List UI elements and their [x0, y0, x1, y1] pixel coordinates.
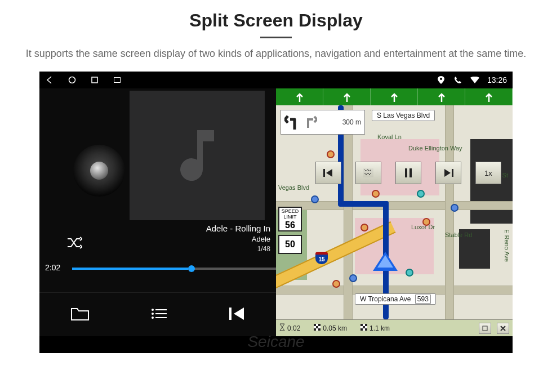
shuffle-icon[interactable] [66, 236, 82, 252]
progress-handle[interactable] [188, 265, 195, 272]
checkered-flag-icon [314, 324, 320, 332]
sim-speed-button[interactable]: 1x [475, 162, 501, 184]
road [344, 105, 353, 319]
page-title: Split Screen Display [0, 0, 552, 31]
svg-rect-25 [365, 324, 367, 326]
svg-rect-16 [452, 169, 453, 177]
folder-button[interactable] [70, 306, 90, 323]
joystick-control[interactable] [73, 145, 125, 197]
map-canvas[interactable]: Koval Ln Duke Ellington Way Giles St Veg… [276, 105, 513, 319]
svg-point-9 [152, 317, 154, 319]
road-name-top: S Las Vegas Blvd [372, 110, 435, 121]
page-description: It supports the same screen display of t… [0, 46, 552, 72]
title-underline [260, 37, 292, 38]
road-name-bottom: W Tropicana Ave 593 [355, 293, 436, 305]
checkered-flag-icon [360, 324, 367, 332]
svg-rect-29 [483, 326, 487, 331]
poi-icon[interactable] [349, 274, 357, 282]
svg-rect-22 [318, 328, 320, 331]
poi-icon[interactable] [422, 218, 430, 226]
svg-point-4 [440, 78, 442, 80]
now-playing-artist: Adele [206, 235, 270, 243]
playlist-button[interactable] [151, 308, 168, 322]
total-distance: 1.1 km [370, 324, 390, 332]
map-controls: 1x [315, 162, 501, 184]
poi-icon[interactable] [360, 224, 368, 231]
sand-timer-icon [279, 323, 285, 333]
svg-rect-27 [360, 328, 363, 331]
svg-point-7 [152, 313, 154, 315]
svg-rect-10 [155, 317, 167, 318]
skip-forward-button[interactable] [435, 162, 461, 184]
svg-rect-1 [92, 77, 97, 83]
picture-icon [113, 75, 122, 84]
svg-rect-8 [155, 313, 167, 314]
lane-guidance-bar [276, 88, 513, 105]
street-label: Duke Ellington Way [408, 145, 462, 152]
street-label: Koval Ln [377, 133, 402, 140]
clock-text: 13:26 [487, 75, 507, 84]
turn-right-icon [305, 114, 317, 130]
svg-rect-11 [229, 308, 232, 320]
poi-icon[interactable] [311, 195, 319, 203]
current-speed-sign: 50 [278, 235, 302, 254]
svg-rect-3 [114, 78, 120, 82]
position-arrow [373, 252, 398, 271]
svg-rect-19 [318, 324, 320, 326]
poi-icon[interactable] [327, 150, 335, 158]
home-icon[interactable] [68, 75, 77, 84]
track-index: 1/48 [206, 245, 270, 253]
progress-fill [72, 268, 188, 270]
route-overview-button[interactable] [355, 162, 381, 184]
turn-left-icon [284, 113, 300, 132]
album-art-placeholder [130, 91, 265, 220]
street-label: Stable Rd [445, 231, 472, 238]
poi-icon[interactable] [332, 280, 340, 288]
svg-rect-26 [363, 326, 365, 328]
location-icon [437, 75, 446, 84]
svg-rect-20 [316, 326, 318, 328]
back-icon[interactable] [45, 75, 54, 84]
trip-setting-button[interactable] [479, 323, 491, 334]
wifi-icon [470, 75, 479, 84]
road [445, 105, 454, 319]
skip-back-button[interactable] [315, 162, 341, 184]
phone-icon [453, 75, 462, 84]
trip-close-button[interactable] [497, 323, 509, 334]
device-frame: 13:26 Adele - Rolling In Adele 1/48 2:02 [39, 72, 513, 353]
now-playing-title: Adele - Rolling In [206, 224, 270, 233]
trip-info-bar: 0:02 0.05 km 1.1 km [276, 319, 513, 336]
interstate-shield: 15 [315, 252, 328, 264]
svg-rect-15 [409, 168, 412, 177]
road [276, 201, 513, 210]
svg-rect-18 [314, 324, 316, 326]
svg-rect-6 [155, 309, 167, 310]
previous-track-button[interactable] [229, 306, 245, 323]
street-label: E Reno Ave [504, 229, 510, 262]
svg-rect-21 [314, 328, 316, 331]
next-turn-distance: 300 m [342, 118, 361, 126]
poi-icon[interactable] [451, 204, 458, 212]
elapsed-time: 2:02 [45, 263, 60, 272]
poi-icon[interactable] [372, 190, 380, 198]
music-pane: Adele - Rolling In Adele 1/48 2:02 [39, 88, 276, 336]
player-bottom-bar [39, 292, 276, 336]
street-label: Vegas Blvd [278, 184, 309, 191]
svg-point-0 [69, 77, 75, 83]
svg-rect-14 [405, 168, 407, 177]
svg-rect-28 [365, 328, 367, 331]
progress-bar[interactable] [72, 268, 276, 270]
turn-card: 300 m 650 m [278, 108, 318, 120]
svg-rect-12 [323, 169, 325, 177]
poi-icon[interactable] [417, 190, 425, 198]
svg-rect-24 [360, 324, 363, 326]
remaining-time: 0:02 [287, 324, 300, 332]
route-segment [338, 201, 389, 207]
pause-button[interactable] [395, 162, 421, 184]
recent-apps-icon[interactable] [90, 75, 99, 84]
speed-limit-sign: SPEED LIMIT 56 [278, 207, 302, 231]
poi-icon[interactable] [406, 269, 413, 277]
status-bar: 13:26 [39, 72, 513, 88]
svg-point-5 [152, 309, 154, 311]
navigation-pane: Koval Ln Duke Ellington Way Giles St Veg… [276, 88, 513, 336]
